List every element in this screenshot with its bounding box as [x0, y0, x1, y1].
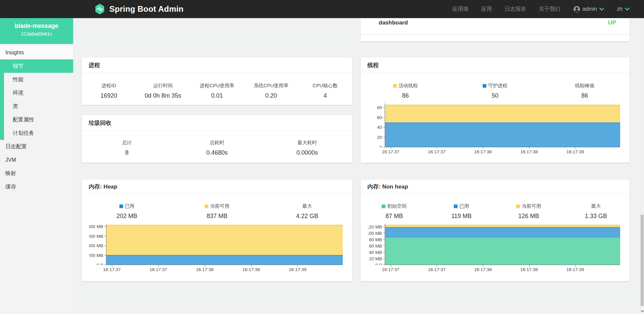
- process-stats: 进程ID 16920 运行时间 0d 0h 8m 35s 进程CPU使用率 0.…: [82, 73, 352, 99]
- threads-legend: 活动线程 86 守护进程 50 线程峰值 86: [361, 73, 630, 99]
- legend-item: 线程峰值 86: [540, 83, 630, 99]
- legend-value: 4.22 GB: [262, 213, 352, 220]
- scrollbar-down-button[interactable]: [641, 311, 644, 312]
- brand[interactable]: Spring Boot Admin: [95, 4, 183, 14]
- navbar-link[interactable]: 应用: [481, 6, 492, 13]
- x-axis-tick-label: 16:17:38: [520, 149, 538, 154]
- chart-area-band: [106, 225, 343, 255]
- y-axis-tick-label: 60 MB: [369, 244, 382, 248]
- stat: 最大耗时 0.0000s: [262, 140, 352, 156]
- chart-area-band: [385, 105, 620, 122]
- chart-plot-area: [385, 103, 620, 147]
- sidebar-menu: Insights 细节性能环境类配置属性计划任务 日志配置JVM映射缓存: [0, 46, 73, 194]
- y-axis-tick-label: 800 MB: [89, 224, 103, 229]
- sidebar-item[interactable]: 日志配置: [0, 140, 73, 153]
- memory-nonheap-card: 内存: Non heap 初始空间 87 MB 已用 119 MB 当前可用 1…: [361, 179, 630, 281]
- legend-item: 已用 202 MB: [82, 203, 172, 220]
- chart-area-band: [385, 227, 620, 237]
- y-axis-tick-label: 0: [379, 145, 382, 147]
- scrollbar[interactable]: [640, 18, 644, 314]
- legend-value: 87 MB: [361, 213, 428, 220]
- process-card: 进程 进程ID 16920 运行时间 0d 0h 8m 35s 进程CPU使用率…: [82, 57, 352, 105]
- scrollbar-thumb[interactable]: [641, 215, 644, 306]
- x-axis-tick-label: 16:17:37: [150, 267, 167, 272]
- navbar-link[interactable]: 日志报表: [505, 6, 526, 13]
- stat-value: 16920: [82, 92, 136, 99]
- stat-label: 系统CPU使用率: [254, 83, 288, 89]
- legend-item: 最大 1.33 GB: [562, 203, 630, 220]
- application-status-row[interactable]: dashboard UP: [361, 18, 630, 35]
- status-up-badge: UP: [608, 19, 616, 26]
- legend-item: 守护进程 50: [450, 83, 540, 99]
- sidebar-insights-subnav: 细节性能环境类配置属性计划任务: [0, 59, 73, 140]
- y-axis-tick-label: 100 MB: [368, 231, 382, 235]
- stat: 总耗时 0.4680s: [172, 140, 262, 156]
- stat-label: 总耗时: [210, 140, 224, 146]
- user-avatar-icon: [573, 6, 580, 13]
- legend-value: 837 MB: [172, 213, 262, 220]
- navbar-link[interactable]: 关于我们: [539, 6, 560, 13]
- chart-plot-area: [106, 224, 343, 265]
- legend-swatch: [516, 205, 520, 208]
- legend-value: 202 MB: [82, 213, 172, 220]
- legend-item: 已用 119 MB: [428, 203, 495, 220]
- y-axis-tick-label: 40: [377, 125, 382, 130]
- stat-label: CPU核心数: [313, 83, 337, 89]
- sidebar-item[interactable]: 类: [0, 100, 73, 113]
- legend-label: 守护进程: [488, 83, 507, 89]
- threads-card: 线程 活动线程 86 守护进程 50 线程峰值 86 02040608016:1…: [361, 57, 630, 163]
- stat: 系统CPU使用率 0.20: [244, 83, 298, 99]
- chevron-down-icon: [625, 8, 630, 11]
- nonheap-chart: 0 B20 MB40 MB60 MB80 MB100 MB120 MB16:17…: [361, 224, 630, 272]
- stat: 进程CPU使用率 0.01: [190, 83, 244, 99]
- navbar-links: 应用墙应用日志报表关于我们: [452, 6, 560, 13]
- app-title: Spring Boot Admin: [109, 4, 183, 14]
- stat-value: 0.0000s: [262, 149, 352, 156]
- legend-value: 1.33 GB: [562, 213, 630, 220]
- legend-label: 当前可用: [522, 203, 541, 209]
- top-navbar: Spring Boot Admin 应用墙应用日志报表关于我们 admin zh: [0, 0, 644, 18]
- legend-value: 50: [450, 92, 540, 99]
- y-axis-tick-label: 60: [377, 115, 382, 120]
- language-menu[interactable]: zh: [617, 6, 630, 12]
- heap-card-title: 内存: Heap: [82, 179, 352, 194]
- x-axis-tick-label: 16:17:37: [382, 267, 399, 272]
- legend-label: 最大: [302, 203, 312, 209]
- legend-swatch: [483, 84, 486, 88]
- gc-stats: 总计 8 总耗时 0.4680s 最大耗时 0.0000s: [82, 131, 352, 156]
- legend-value: 86: [540, 92, 630, 99]
- legend-swatch: [382, 205, 385, 208]
- navbar-link[interactable]: 应用墙: [452, 6, 469, 13]
- sidebar-item[interactable]: 环境: [0, 86, 73, 100]
- stat-value: 4: [298, 92, 352, 99]
- nonheap-card-title: 内存: Non heap: [361, 179, 630, 194]
- user-menu[interactable]: admin: [573, 6, 604, 13]
- sidebar-item[interactable]: JVM: [0, 153, 73, 167]
- x-axis-tick-label: 16:17:37: [428, 149, 446, 154]
- legend-label: 最大: [591, 203, 601, 209]
- chart-area-band: [385, 225, 620, 227]
- legend-label: 已用: [459, 203, 469, 209]
- legend-swatch: [454, 205, 458, 208]
- instance-sidebar: blade-message 213a6ad3d41c Insights 细节性能…: [0, 18, 73, 314]
- spring-boot-admin-logo-icon: [95, 4, 105, 14]
- x-axis-tick-label: 16:17:38: [474, 267, 492, 272]
- sidebar-item[interactable]: 缓存: [0, 180, 73, 194]
- y-axis-tick-label: 600 MB: [89, 234, 103, 239]
- legend-value: 86: [361, 92, 450, 99]
- sidebar-item[interactable]: 映射: [0, 167, 73, 180]
- user-name: admin: [583, 6, 597, 12]
- sidebar-item-insights[interactable]: Insights: [0, 46, 73, 59]
- x-axis-tick-label: 16:17:39: [289, 267, 307, 272]
- gc-card-title: 垃圾回收: [82, 115, 352, 131]
- stat-label: 总计: [122, 140, 132, 146]
- instance-header[interactable]: blade-message 213a6ad3d41c: [0, 18, 73, 44]
- instance-id: 213a6ad3d41c: [0, 31, 73, 37]
- sidebar-item[interactable]: 性能: [0, 73, 73, 86]
- heap-legend: 已用 202 MB 当前可用 837 MB 最大 4.22 GB: [82, 194, 352, 220]
- sidebar-item[interactable]: 细节: [0, 59, 73, 73]
- sidebar-item[interactable]: 配置属性: [0, 113, 73, 126]
- stat-label: 最大耗时: [298, 140, 317, 146]
- sidebar-item[interactable]: 计划任务: [0, 126, 73, 140]
- y-axis-tick-label: 80: [377, 105, 382, 110]
